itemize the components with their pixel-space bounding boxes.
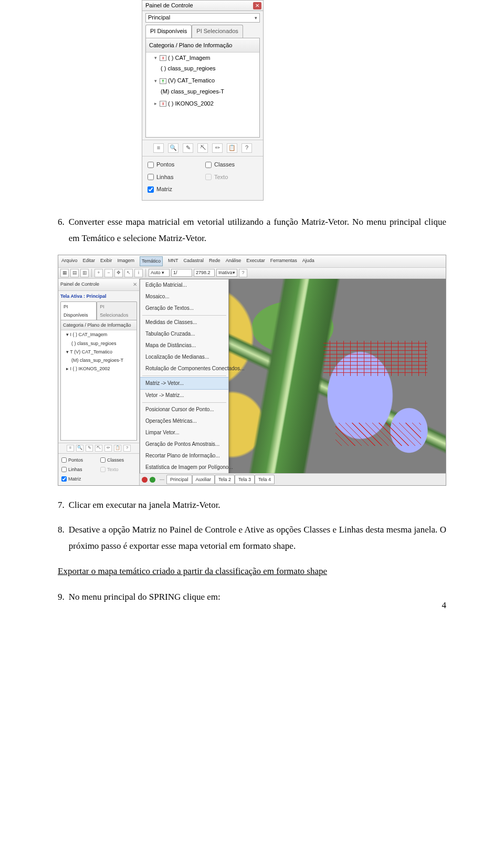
tree-area: Categoria / Plano de Informação ▾I( ) CA… — [145, 38, 260, 138]
side-tree[interactable]: Categoria / Plano de Informação ▾ I ( ) … — [60, 320, 137, 441]
principal-combo[interactable]: Principal — [145, 13, 260, 23]
edit-icon[interactable]: ✎ — [86, 445, 93, 452]
inativa-combo[interactable]: Inativa ▾ — [216, 269, 237, 277]
menu-item[interactable]: Localização de Medianas... — [140, 351, 228, 363]
tool-icon[interactable]: ⛏ — [197, 143, 208, 153]
menu-item[interactable]: Operações Métricas... — [140, 415, 228, 427]
step-text: Converter esse mapa matricial em vetoria… — [69, 214, 446, 246]
check-linhas[interactable]: Linhas — [61, 465, 97, 474]
tree-item: ( ) class_sup_regioes — [161, 63, 259, 75]
tool-icon[interactable]: ▥ — [80, 269, 89, 277]
menu-item[interactable]: Posicionar Cursor de Ponto... — [140, 404, 228, 415]
pencil-icon[interactable]: ✏ — [212, 143, 223, 153]
menu-exibir[interactable]: Exibir — [100, 256, 112, 266]
menu-item[interactable]: Estatística de Imagem por Polígono... — [140, 462, 228, 473]
info-icon[interactable]: i — [134, 269, 143, 277]
scale-value[interactable]: 2798.2 — [194, 269, 215, 277]
menu-item[interactable]: Geração de Pontos Amostrais... — [140, 439, 228, 450]
map-canvas[interactable]: Edição Matricial...Mosaico...Geração de … — [140, 279, 446, 474]
tab-pi-disponiveis[interactable]: PI Disponíveis — [145, 25, 192, 38]
zoom-icon[interactable]: 🔍 — [168, 143, 178, 153]
disclosure-icon[interactable]: ▾ — [153, 56, 158, 60]
tab-pi-selecionados[interactable]: PI Selecionados — [192, 25, 243, 38]
list-icon[interactable]: ≡ — [153, 143, 164, 153]
close-icon[interactable]: ✕ — [133, 280, 137, 289]
menu-item[interactable]: Limpar Vetor... — [140, 427, 228, 439]
help-icon[interactable]: ? — [123, 445, 131, 452]
canvas-tab-tela3[interactable]: Tela 3 — [235, 475, 255, 484]
disclosure-icon[interactable]: ▾ — [153, 79, 158, 83]
tree-item[interactable]: ▾ T (V) CAT_Tematico — [66, 348, 136, 356]
check-pontos[interactable]: Pontos — [61, 456, 97, 464]
tree-item[interactable]: ( ) class_sup_regioes — [66, 339, 136, 348]
help-icon[interactable]: ? — [239, 269, 247, 277]
menu-cadastral[interactable]: Cadastral — [184, 256, 204, 266]
zoom-out-icon[interactable]: − — [104, 269, 113, 277]
check-matriz[interactable]: Matriz — [148, 184, 200, 195]
pencil-icon[interactable]: ✏ — [104, 445, 112, 452]
canvas-tab-principal[interactable]: Principal — [166, 475, 192, 484]
zoom-in-icon[interactable]: + — [94, 269, 103, 277]
menu-editar[interactable]: Editar — [83, 256, 96, 266]
spring-main-window: Arquivo Editar Exibir Imagem Temático MN… — [58, 255, 446, 486]
menu-tematico[interactable]: Temático — [140, 256, 163, 266]
canvas-tab-tela2[interactable]: Tela 2 — [215, 475, 235, 484]
section-heading: Exportar o mapa temático criado a partir… — [58, 566, 327, 576]
menu-item[interactable]: Mosaico... — [140, 291, 228, 302]
window-titlebar[interactable]: Painel de Controle ✕ — [142, 1, 263, 11]
tree-item[interactable]: ▾ I ( ) CAT_Imagem — [66, 330, 136, 339]
menu-executar[interactable]: Executar — [246, 256, 265, 266]
menu-item[interactable]: Tabulação Cruzada... — [140, 328, 228, 340]
help-icon[interactable]: ? — [242, 143, 252, 153]
list-icon[interactable]: ≡ — [67, 445, 74, 452]
menu-item[interactable]: Geração de Textos... — [140, 302, 228, 314]
close-icon[interactable]: ✕ — [253, 2, 261, 9]
tree-item[interactable]: ▸ I ( ) IKONOS_2002 — [66, 364, 136, 373]
menu-analise[interactable]: Análise — [226, 256, 242, 266]
menu-ajuda[interactable]: Ajuda — [302, 256, 314, 266]
check-pontos[interactable]: Pontos — [148, 160, 200, 170]
disclosure-icon[interactable]: ▸ — [153, 101, 158, 106]
menu-item[interactable]: Medidas de Classes... — [140, 317, 228, 328]
type-badge-i: I — [160, 55, 166, 61]
category-tree[interactable]: ▾I( ) CAT_Imagem ( ) class_sup_regioes ▾… — [146, 53, 259, 110]
tree-item[interactable]: (M) class_sup_regioes-T — [66, 356, 136, 364]
cursor-icon[interactable]: ↖ — [124, 269, 133, 277]
menu-ferramentas[interactable]: Ferramentas — [270, 256, 297, 266]
pan-icon[interactable]: ✥ — [114, 269, 123, 277]
window-title: Painel de Controle — [145, 1, 253, 11]
tab-pi-selecionados[interactable]: PI Selecionados — [97, 301, 137, 320]
step-number: 8. — [58, 522, 65, 554]
note-icon[interactable]: 📋 — [114, 445, 121, 452]
tool-icon[interactable]: ▤ — [70, 269, 79, 277]
side-control-panel: Painel de Controle ✕ Tela Ativa : Princi… — [58, 279, 140, 486]
check-classes[interactable]: Classes — [100, 456, 136, 464]
tab-pi-disponiveis[interactable]: PI Disponíveis — [60, 301, 97, 320]
check-linhas[interactable]: Linhas — [148, 172, 200, 183]
menu-item[interactable]: Recortar Plano de Informação... — [140, 450, 228, 462]
menu-bar[interactable]: Arquivo Editar Exibir Imagem Temático MN… — [58, 255, 446, 267]
menu-item[interactable]: Rotulação de Componentes Conectados... — [140, 363, 228, 374]
menu-item[interactable]: Matriz -> Vetor... — [140, 377, 228, 390]
combo-value: Principal — [148, 13, 170, 23]
menu-imagem[interactable]: Imagem — [118, 256, 135, 266]
menu-arquivo[interactable]: Arquivo — [61, 256, 78, 266]
menu-mnt[interactable]: MNT — [168, 256, 178, 266]
check-classes[interactable]: Classes — [205, 160, 258, 170]
menu-item[interactable]: Mapa de Distâncias... — [140, 340, 228, 351]
canvas-tab-tela4[interactable]: Tela 4 — [255, 475, 275, 484]
tool-icon[interactable]: ▦ — [60, 269, 69, 277]
edit-icon[interactable]: ✎ — [183, 143, 193, 153]
menu-item[interactable]: Edição Matricial... — [140, 279, 228, 291]
tematico-dropdown-menu[interactable]: Edição Matricial...Mosaico...Geração de … — [140, 279, 229, 474]
type-badge-t: T — [160, 78, 166, 84]
zoom-icon[interactable]: 🔍 — [76, 445, 83, 452]
field-auto[interactable]: Auto ▾ — [149, 269, 170, 277]
tool-icon[interactable]: ⛏ — [95, 445, 102, 452]
menu-item[interactable]: Vetor -> Matriz... — [140, 390, 228, 401]
check-matriz[interactable]: Matriz — [61, 475, 97, 483]
map-feature — [335, 423, 421, 446]
note-icon[interactable]: 📋 — [227, 143, 237, 153]
menu-rede[interactable]: Rede — [209, 256, 220, 266]
canvas-tab-auxiliar[interactable]: Auxiliar — [192, 475, 215, 484]
